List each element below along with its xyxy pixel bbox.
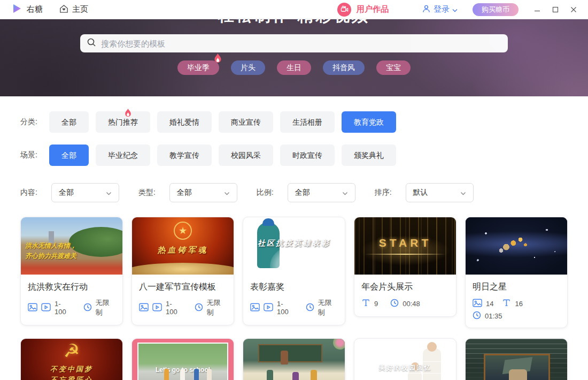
template-card-army-day[interactable]: ★ 热血铸军魂 八一建军节宣传模板 1-100: [131, 217, 234, 325]
buy-coins-button[interactable]: 购买糖币: [473, 3, 519, 16]
nav-home-label: 主页: [72, 4, 88, 14]
hero-banner: 轻松制作 精彩视频 毕业季 片头 生日 抖音风 宝宝: [0, 19, 588, 96]
duration-value: 无限制: [96, 298, 115, 317]
template-card-commendation[interactable]: 社区抗疫英雄表彰 表彰嘉奖 1-100: [243, 217, 345, 325]
thumbnail-caption: 不忘梁匠心: [21, 375, 122, 380]
chevron-down-icon: [460, 188, 466, 197]
chevron-down-icon: [106, 188, 112, 197]
template-thumbnail[interactable]: ☭ 不变中国梦 不忘梁匠心: [21, 339, 122, 380]
duration-value: 00:48: [403, 300, 420, 308]
template-thumbnail[interactable]: [466, 339, 567, 380]
user-icon: [422, 4, 431, 15]
image-count: 14: [486, 300, 493, 308]
video-icon: [41, 303, 51, 313]
dropdown-filter-row: 内容: 全部 类型: 全部 比例: 全部 排序: 默认: [20, 183, 588, 202]
category-business[interactable]: 商业宣传: [219, 111, 273, 133]
template-thumbnail[interactable]: 美好的校园回忆: [354, 339, 456, 380]
template-thumbnail[interactable]: 社区抗疫英雄表彰: [243, 217, 345, 275]
close-button[interactable]: [567, 3, 581, 16]
scene-all[interactable]: 全部: [49, 145, 89, 166]
type-label: 类型:: [138, 188, 156, 197]
text-count: 9: [374, 300, 378, 308]
category-wedding[interactable]: 婚礼爱情: [157, 111, 212, 133]
template-card-graduate[interactable]: [465, 338, 568, 380]
template-thumbnail[interactable]: ★ 热血铸军魂: [132, 217, 234, 275]
template-thumbnail[interactable]: Let's go to school: [132, 339, 234, 380]
category-education-politics[interactable]: 教育党政: [342, 111, 396, 133]
clock-icon: [473, 311, 481, 321]
template-thumbnail[interactable]: [243, 339, 345, 380]
template-title: 表彰嘉奖: [243, 275, 345, 298]
titlebar: 右糖 主页 用户作品: [0, 0, 588, 19]
tag-birthday[interactable]: 生日: [277, 60, 311, 75]
template-thumbnail[interactable]: [466, 217, 567, 275]
ratio-dropdown[interactable]: 全部: [288, 183, 355, 202]
user-works-label: 用户作品: [357, 4, 389, 14]
tag-graduation[interactable]: 毕业季: [177, 60, 219, 75]
template-card-china-dream[interactable]: ☭ 不变中国梦 不忘梁匠心: [20, 338, 123, 380]
template-card-cartoon-classroom[interactable]: [243, 338, 345, 380]
login-button[interactable]: 登录: [422, 4, 458, 15]
template-card-go-to-school[interactable]: Let's go to school: [131, 338, 234, 380]
banner-title: 轻松制作 精彩视频: [0, 19, 588, 25]
content-dropdown[interactable]: 全部: [51, 183, 119, 202]
scene-label: 场景:: [20, 150, 43, 160]
maximize-button[interactable]: [548, 3, 562, 16]
template-meta: 9 00:48: [354, 298, 456, 316]
scene-campus[interactable]: 校园风采: [219, 145, 273, 166]
tag-baby[interactable]: 宝宝: [376, 60, 411, 75]
clock-icon: [306, 303, 314, 313]
tag-douyin[interactable]: 抖音风: [323, 60, 365, 75]
clock-icon: [195, 303, 203, 313]
window-controls: [530, 3, 581, 16]
type-dropdown[interactable]: 全部: [169, 183, 237, 202]
text-icon: [361, 298, 370, 309]
scene-graduation-memory[interactable]: 毕业纪念: [96, 145, 150, 166]
template-meta: 1-100 无限制: [132, 298, 234, 325]
party-emblem-icon: ☭: [21, 340, 122, 361]
sort-label: 排序:: [375, 188, 392, 197]
app-name: 右糖: [27, 4, 43, 14]
category-hot[interactable]: 热门推荐: [96, 111, 150, 133]
scene-filter-row: 场景: 全部 毕业纪念 教学宣传 校园风采 时政宣传 颁奖典礼: [20, 145, 588, 166]
nav-home[interactable]: 主页: [59, 4, 88, 16]
user-works-link[interactable]: 用户作品: [337, 3, 389, 17]
chevron-down-icon: [342, 188, 348, 197]
app-logo[interactable]: 右糖: [11, 3, 43, 16]
image-icon: [28, 303, 37, 313]
image-count: 1-100: [55, 300, 71, 316]
thumbnail-caption: 不变中国梦: [21, 364, 122, 374]
template-card-annual-meeting[interactable]: START 年会片头展示 9 00:48: [354, 217, 457, 317]
play-logo-icon: [11, 3, 22, 16]
tag-intro[interactable]: 片头: [231, 60, 265, 75]
minimize-button[interactable]: [530, 3, 544, 16]
sort-dropdown[interactable]: 默认: [406, 183, 474, 202]
template-card-flood-relief[interactable]: 洪水无情人有情， 齐心协力共渡难关 抗洪救灾在行动 1-100: [20, 217, 123, 325]
template-thumbnail[interactable]: START: [354, 217, 456, 275]
thumbnail-caption: START: [354, 237, 456, 249]
fire-icon: [213, 53, 222, 69]
template-title: 年会片头展示: [354, 275, 456, 298]
search-input[interactable]: [101, 39, 501, 48]
template-thumbnail[interactable]: 洪水无情人有情， 齐心协力共渡难关: [21, 217, 122, 275]
search-bar[interactable]: [80, 34, 508, 52]
fire-icon: [124, 104, 132, 126]
template-card-campus-memory[interactable]: 美好的校园回忆: [354, 338, 457, 380]
video-camera-icon: [337, 3, 351, 17]
category-all[interactable]: 全部: [49, 111, 89, 133]
military-emblem-icon: ★: [174, 222, 192, 240]
chevron-down-icon: [452, 5, 458, 14]
scene-award-ceremony[interactable]: 颁奖典礼: [342, 145, 396, 166]
scene-politics[interactable]: 时政宣传: [280, 145, 335, 166]
duration-value: 01:35: [485, 312, 502, 320]
template-title: 抗洪救灾在行动: [21, 275, 122, 298]
category-life-album[interactable]: 生活相册: [280, 111, 335, 133]
category-label: 分类:: [20, 117, 43, 127]
hot-tags: 毕业季 片头 生日 抖音风 宝宝: [0, 60, 588, 75]
template-title: 八一建军节宣传模板: [132, 275, 234, 298]
scene-teaching[interactable]: 教学宣传: [157, 145, 212, 166]
duration-value: 无限制: [318, 298, 338, 317]
ratio-label: 比例:: [257, 188, 274, 197]
template-card-tomorrow-star[interactable]: 明日之星 14: [465, 217, 568, 328]
login-label: 登录: [434, 4, 450, 14]
